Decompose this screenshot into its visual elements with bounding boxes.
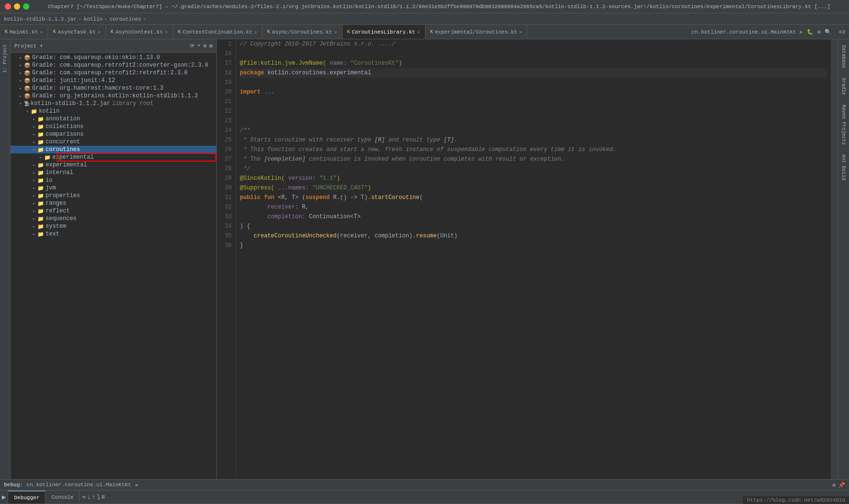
debug-panel-header: Debug: cn.kotliner.coroutine.ui.MainKtKt… <box>0 479 849 491</box>
tree-item-ranges[interactable]: ▸ 📁 ranges <box>11 199 216 207</box>
tabbar-right: cn.kotliner.coroutine.ui.MainKtKt ▶ 🐛 ⚙ … <box>688 25 849 39</box>
sidebar-item-maven[interactable]: Maven Projects <box>840 101 847 149</box>
folder-icon: 📁 <box>37 200 44 207</box>
tab-debugger[interactable]: Debugger <box>8 491 46 504</box>
maximize-button[interactable] <box>23 3 29 10</box>
editor-scrollbar[interactable] <box>831 39 837 479</box>
tree-item-kotlin-stdlib-parent[interactable]: ▸ 📦 Gradle: org.jetbrains.kotlin:kotlin-… <box>11 92 216 100</box>
gear-icon[interactable]: ⚙ <box>203 43 207 49</box>
tree-item-collections[interactable]: ▸ 📁 collections <box>11 123 216 130</box>
tree-item-annotation[interactable]: ▸ 📁 annotation <box>11 115 216 123</box>
minimize-button[interactable] <box>14 3 20 10</box>
step-into-icon[interactable]: ↓ <box>87 493 91 501</box>
tab-mainkt[interactable]: K MainKt.kt ✕ <box>0 25 48 39</box>
tab-close-icon[interactable]: ✕ <box>40 29 43 35</box>
tree-arrow: ▸ <box>31 216 37 222</box>
debug-label: Debug: <box>4 482 23 488</box>
close-button[interactable] <box>5 3 11 10</box>
run-to-cursor-icon[interactable]: ⤵ <box>97 493 100 501</box>
sidebar-toggle[interactable]: 1: Project <box>0 39 11 479</box>
tree-item-internal[interactable]: ▸ 📁 internal <box>11 169 216 176</box>
tree-item-system[interactable]: ▸ 📁 system <box>11 223 216 230</box>
tree-item-retrofit[interactable]: ▸ 📦 Gradle: com.squareup.retrofit2:retro… <box>11 69 216 77</box>
sidebar-item-database[interactable]: Database <box>840 41 847 72</box>
tab-console[interactable]: Console <box>46 491 80 504</box>
tree-item-coroutines[interactable]: ▾ 📁 coroutines <box>11 146 216 153</box>
code-line <box>240 49 827 59</box>
debug-side-icons[interactable]: ▶ <box>0 491 8 504</box>
annotated-experimental-wrapper: ▸ 📁 experimental <box>11 153 216 161</box>
tree-arrow: ▸ <box>17 70 24 76</box>
tab-close-icon[interactable]: ✕ <box>254 29 257 35</box>
tree-item-sequences[interactable]: ▸ 📁 sequences <box>11 215 216 223</box>
tab-asynctask[interactable]: K AsyncTask.kt ✕ <box>48 25 106 39</box>
code-line <box>240 97 827 106</box>
tree-item-experimental-child[interactable]: ▸ 📁 experimental <box>11 153 216 161</box>
code-content[interactable]: // Copyright 2010-2017 JetBrains s.r.o. … <box>236 39 831 479</box>
breadcrumb-item[interactable]: coroutines <box>110 16 142 22</box>
run-icon[interactable]: ▶ <box>800 29 803 35</box>
tree-item-kotlin-stdlib-jar[interactable]: ▾ 🗜 kotlin-stdlib-1.1.2.jar library root <box>11 100 216 107</box>
debug-run-icon[interactable]: 🐛 <box>807 29 814 35</box>
right-sidebar: Database Gradle Maven Projects Ant Build <box>837 39 849 479</box>
tree-item-reflect[interactable]: ▸ 📁 reflect <box>11 207 216 215</box>
tree-item-io[interactable]: ▸ 📁 io <box>11 176 216 184</box>
sidebar-item-gradle[interactable]: Gradle <box>840 74 847 99</box>
step-over-icon[interactable]: ↷ <box>82 493 85 501</box>
tree-item-jvm[interactable]: ▸ 📁 jvm <box>11 184 216 192</box>
breadcrumb-item[interactable]: kotlin <box>83 16 103 22</box>
add-icon[interactable]: + <box>197 43 200 49</box>
settings-icon[interactable]: ⚙ <box>817 29 821 35</box>
code-line: package kotlin.coroutines.experimental <box>240 68 827 78</box>
code-line: public fun <R, T> (suspend R.() -> T).st… <box>240 193 827 202</box>
jar-icon: 🗜 <box>24 101 29 107</box>
step-out-icon[interactable]: ↑ <box>92 493 95 501</box>
code-line: @file:kotlin.jvm.JvmName( name: "Corouti… <box>240 59 827 68</box>
tab-close-icon[interactable]: ✕ <box>165 29 168 35</box>
tab-close-icon[interactable]: ✕ <box>98 29 101 35</box>
tree-item-kotlin-folder[interactable]: ▾ 📁 kotlin <box>11 107 216 115</box>
tab-coroutineslibrary[interactable]: K CoroutinesLibrary.kt ✕ <box>342 25 425 39</box>
editor-area: 1 16 17 18 19 20 21 22 23 24 25 26 27 28… <box>217 39 837 479</box>
package-icon: 📦 <box>24 93 31 99</box>
tab-experimental-coroutines[interactable]: K experimental/Coroutines.kt ✕ <box>425 25 528 39</box>
resume-icon[interactable]: ▶ <box>2 493 6 501</box>
settings-icon[interactable]: ⊞ <box>209 43 212 49</box>
package-icon: 📦 <box>24 78 31 84</box>
folder-icon: 📁 <box>37 193 44 199</box>
sync-icon[interactable]: ⟳ <box>190 43 194 49</box>
debug-pin-icon[interactable]: 📌 <box>838 482 845 488</box>
tree-item-hamcrest[interactable]: ▸ 📦 Gradle: org.hamcrest:hamcrest-core:1… <box>11 84 216 92</box>
folder-icon: 📁 <box>37 177 44 184</box>
evaluate-icon[interactable]: ≡ <box>101 493 105 501</box>
debug-close-icon[interactable]: ✕ <box>135 482 138 488</box>
tree-arrow: ▾ <box>31 147 37 152</box>
debug-settings-icon[interactable]: ⚙ <box>832 482 836 488</box>
tree-item-concurrent[interactable]: ▸ 📁 concurrent <box>11 138 216 146</box>
tree-item-properties[interactable]: ▸ 📁 properties <box>11 192 216 199</box>
project-panel: Project ▾ ⟳ + ⚙ ⊞ ▸ 📦 Gradle: com.square… <box>11 39 217 479</box>
tab-close-icon[interactable]: ✕ <box>417 29 420 35</box>
tree-item-comparisons[interactable]: ▸ 📁 comparisons <box>11 130 216 138</box>
tree-item-retrofit-gson[interactable]: ▸ 📦 Gradle: com.squareup.retrofit2:conve… <box>11 61 216 69</box>
breadcrumb-item[interactable]: kotlin-stdlib-1.1.2.jar <box>4 16 77 22</box>
tab-close-icon[interactable]: ✕ <box>334 29 337 35</box>
tab-asynccontext[interactable]: K AsyncContext.kt ✕ <box>106 25 173 39</box>
tree-item-text[interactable]: ▸ 📁 text <box>11 230 216 238</box>
code-editor[interactable]: 1 16 17 18 19 20 21 22 23 24 25 26 27 28… <box>217 39 837 479</box>
tree-item-experimental-toplevel[interactable]: ▸ 📁 experimental <box>11 161 216 169</box>
debug-run-config[interactable]: cn.kotliner.coroutine.ui.MainKtKt <box>27 482 131 488</box>
main-area: 1: Project Project ▾ ⟳ + ⚙ ⊞ ▸ 📦 Gradle:… <box>0 39 849 479</box>
tab-contextcontinuation[interactable]: K ContextContinuation.kt ✕ <box>173 25 262 39</box>
tab-close-icon[interactable]: ✕ <box>519 29 522 35</box>
tree-item-okio[interactable]: ▸ 📦 Gradle: com.squareup.okio:okio:1.13.… <box>11 54 216 61</box>
tab-async-coroutines[interactable]: K async/Coroutines.kt ✕ <box>262 25 342 39</box>
search-everywhere-icon[interactable]: 🔍 <box>825 29 831 35</box>
folder-icon: 📁 <box>37 185 44 191</box>
tree-item-junit[interactable]: ▸ 📦 Gradle: junit:junit:4.12 <box>11 77 216 84</box>
project-panel-toggle-label[interactable]: 1: Project <box>1 41 9 76</box>
watermark-url: https://blog.csdn.net/wd2014610 <box>743 496 849 504</box>
code-line: // Copyright 2010-2017 JetBrains s.r.o. … <box>240 39 827 49</box>
sidebar-item-ant[interactable]: Ant Build <box>840 151 847 184</box>
tree-arrow: ▸ <box>31 232 37 237</box>
